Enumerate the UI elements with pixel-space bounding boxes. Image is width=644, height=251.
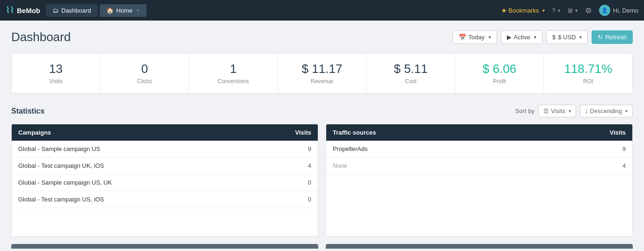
cursor-indicator: ↖ [136,8,140,13]
stat-conversions-label: Conversions [197,78,270,85]
sort-controls: Sort by ☰ Visits ▾ ↕ Descending ▾ [515,105,633,117]
table-row[interactable]: Global - Test campaign US, iOS 0 [12,191,318,208]
traffic-value: 4 [622,162,626,169]
calendar-icon: 📅 [459,34,466,41]
campaigns-header: Campaigns Visits [12,124,318,141]
stat-roi: 118.71% ROI [544,53,632,93]
help-btn[interactable]: ? ▾ [552,7,560,14]
stat-clicks-value: 0 [108,62,182,76]
date-picker-btn[interactable]: 📅 Today ▾ [453,30,497,44]
apps-btn[interactable]: ⊞ ▾ [568,7,578,14]
campaigns-title: Campaigns [18,129,51,136]
stat-revenue: $ 11.17 Revenue [278,53,367,93]
stat-cost-value: $ 5.11 [374,62,447,76]
table-row[interactable]: Global - Sample campaign US 9 [12,141,318,158]
table-row[interactable]: Global - Sample campaign US, UK 0 [12,174,318,191]
stat-revenue-label: Revenue [285,78,359,85]
tab-dashboard-label: Dashboard [61,7,91,14]
traffic-header: Traffic sources Visits [326,124,632,141]
list-icon: ☰ [543,108,549,115]
table-row[interactable]: None 4 [326,158,632,174]
table-row[interactable]: PropellerAds 9 [326,141,632,158]
home-icon: 🏠 [106,7,114,14]
avatar: 👤 [599,5,610,16]
sort-icon: ↕ [585,108,588,115]
bookmarks-caret: ▾ [542,8,545,13]
campaign-name: Global - Test campaign UK, iOS [18,162,104,169]
currency-btn[interactable]: $ $ USD ▾ [546,30,588,44]
campaign-name: Global - Sample campaign US [18,145,100,152]
campaign-value: 4 [308,162,311,169]
user-label: Hi, Demo [613,7,638,14]
traffic-visits-label: Visits [610,129,626,136]
refresh-btn[interactable]: ↻ Refresh [592,30,633,44]
currency-icon: $ [552,34,556,41]
apps-icon: ⊞ [568,7,573,14]
sort-field-caret: ▾ [569,108,571,114]
campaigns-empty-space [12,208,318,236]
date-caret: ▾ [489,35,491,40]
tab-dashboard[interactable]: 🗂 Dashboard [46,4,98,17]
apps-caret: ▾ [575,8,578,13]
settings-btn[interactable]: ⚙ [585,6,592,15]
statistics-header: Statistics Sort by ☰ Visits ▾ ↕ Descendi… [11,105,633,117]
toolbar: 📅 Today ▾ ▶ Active ▾ $ $ USD ▾ ↻ Refresh [453,30,633,44]
campaigns-visits-label: Visits [295,129,311,136]
campaign-value: 0 [308,196,311,203]
dashboard-icon: 🗂 [52,7,59,14]
traffic-empty-space [326,174,632,202]
sort-order-value: Descending [590,108,622,115]
currency-caret: ▾ [579,35,582,40]
traffic-panel: Traffic sources Visits PropellerAds 9 No… [326,124,633,237]
campaigns-panel: Campaigns Visits Global - Sample campaig… [11,124,318,237]
active-caret: ▾ [534,35,536,40]
page-header: Dashboard 📅 Today ▾ ▶ Active ▾ $ $ USD ▾… [11,30,633,44]
stat-profit-value: $ 6.06 [463,62,536,76]
stat-profit: $ 6.06 Profit [455,53,544,93]
stat-conversions-value: 1 [197,62,270,76]
help-caret: ▾ [558,8,560,13]
stat-clicks: 0 Clicks [101,53,190,93]
play-icon: ▶ [507,34,512,41]
statistics-title: Statistics [11,107,44,115]
sort-field-value: Visits [551,108,565,115]
bookmarks-label: Bookmarks [509,7,539,14]
stat-cost-label: Cost [374,78,447,85]
main-content: Dashboard 📅 Today ▾ ▶ Active ▾ $ $ USD ▾… [0,21,644,251]
star-icon: ★ [501,7,507,14]
traffic-value: 9 [622,145,626,152]
user-menu[interactable]: 👤 Hi, Demo [599,5,638,16]
stat-visits-label: Visits [19,78,93,85]
stat-profit-label: Profit [463,78,536,85]
active-filter-btn[interactable]: ▶ Active ▾ [501,30,542,44]
stat-roi-value: 118.71% [551,62,625,76]
campaign-value: 0 [308,179,311,186]
stats-row: 13 Visits 0 Clicks 1 Conversions $ 11.17… [11,53,633,93]
table-row[interactable]: Global - Test campaign UK, iOS 4 [12,158,318,174]
tab-home-label: Home [117,7,133,14]
currency-label: $ USD [558,34,576,41]
date-label: Today [468,34,485,41]
sort-field-select[interactable]: ☰ Visits ▾ [538,105,576,117]
brand-icon: ⌇⌇ [6,5,14,15]
brand-name: BeMob [17,7,40,14]
active-label: Active [514,34,530,41]
stat-roi-label: ROI [551,78,625,85]
traffic-title: Traffic sources [333,129,376,136]
tab-home[interactable]: 🏠 Home ↖ [100,4,147,17]
campaign-name: Global - Sample campaign US, UK [18,179,112,186]
stat-visits-value: 13 [19,62,93,76]
sort-order-select[interactable]: ↕ Descending ▾ [580,105,633,117]
nav-right: ★ Bookmarks ▾ ? ▾ ⊞ ▾ ⚙ 👤 Hi, Demo [501,5,638,16]
bottom-panel-right [326,244,633,249]
traffic-name: PropellerAds [333,145,367,152]
campaign-value: 9 [308,145,311,152]
stat-revenue-value: $ 11.17 [285,62,359,76]
stat-visits: 13 Visits [12,53,101,93]
bookmarks-btn[interactable]: ★ Bookmarks ▾ [501,7,545,14]
tables-row: Campaigns Visits Global - Sample campaig… [11,124,633,237]
refresh-label: Refresh [605,34,627,41]
campaign-name: Global - Test campaign US, iOS [18,196,104,203]
stat-clicks-label: Clicks [108,78,182,85]
bottom-panel-left [11,244,318,249]
